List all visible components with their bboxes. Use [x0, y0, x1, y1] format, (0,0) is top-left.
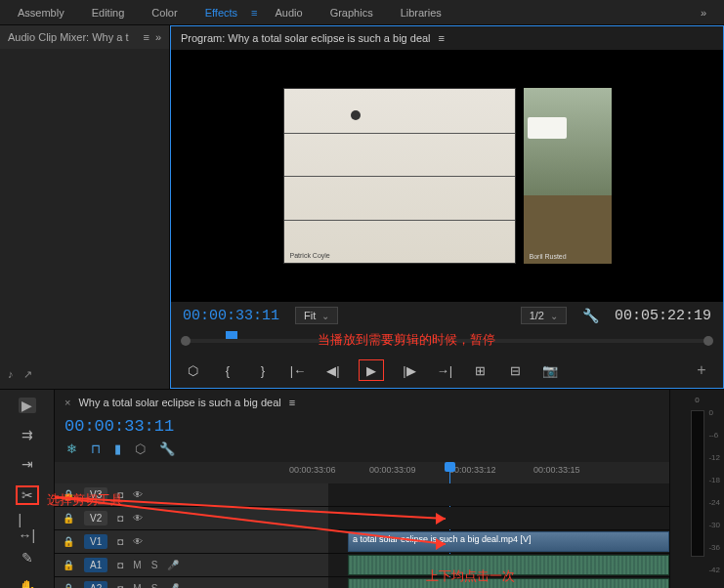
- step-back-icon[interactable]: ◀|: [323, 360, 343, 380]
- track-a2: 🔒A2◘MS🎤: [55, 577, 669, 588]
- mark-in-icon[interactable]: ⬡: [183, 360, 202, 380]
- tab-color[interactable]: Color: [142, 3, 187, 22]
- audio-mixer-title: Audio Clip Mixer: Why a t: [8, 31, 143, 43]
- tab-editing[interactable]: Editing: [82, 3, 135, 22]
- hand-tool[interactable]: ✋: [19, 579, 36, 588]
- workspace-tabs: Assembly Editing Color Effects ≡ Audio G…: [0, 0, 724, 25]
- timeline-timecode[interactable]: 00:00:33:11: [55, 415, 669, 438]
- meter-tick: 0: [695, 396, 699, 404]
- video-viewport[interactable]: Patrick Coyle Boril Rusted: [171, 50, 723, 302]
- tool-palette: ▶ ⇉ ⇥ ✂ |↔| ✎ ✋ 选择剪切工具: [0, 390, 55, 588]
- annotation-pause: 当播放到需要剪辑的时候，暂停: [318, 331, 495, 349]
- close-icon[interactable]: ×: [64, 397, 70, 408]
- track-label[interactable]: A2: [84, 581, 107, 588]
- lift-icon[interactable]: ⊞: [470, 360, 490, 380]
- snap-icon[interactable]: ❄: [66, 441, 77, 456]
- meter-scale: 0 --6 -12 -18 -24 -30 -36 -42 -48 -54: [708, 408, 720, 588]
- play-button[interactable]: ▶: [359, 359, 384, 381]
- goto-out-icon[interactable]: →|: [435, 360, 454, 380]
- timeline-panel: × Why a total solar eclipse is such a bi…: [55, 390, 669, 588]
- lock-icon[interactable]: 🔒: [63, 583, 74, 588]
- mark-out-icon[interactable]: {: [218, 360, 237, 380]
- lock-icon[interactable]: 🔒: [63, 560, 74, 570]
- ripple-tool[interactable]: ⇥: [19, 456, 36, 472]
- panel-menu-icon[interactable]: ≡: [439, 32, 445, 44]
- step-fwd-icon[interactable]: |▶: [400, 360, 419, 380]
- mark-clip-icon[interactable]: }: [253, 360, 273, 380]
- settings-icon[interactable]: 🔧: [582, 308, 599, 323]
- meter-bar: [691, 410, 704, 557]
- music-icon[interactable]: ♪: [8, 368, 14, 381]
- ruler-tick: 00:00:33:12: [449, 465, 496, 475]
- ruler-tick: 00:00:33:15: [533, 465, 580, 475]
- tab-assembly[interactable]: Assembly: [8, 3, 74, 22]
- mic-icon[interactable]: 🎤: [167, 583, 179, 588]
- tab-graphics[interactable]: Graphics: [320, 3, 383, 22]
- target-icon[interactable]: ◘: [117, 583, 123, 588]
- track-label[interactable]: A1: [84, 558, 107, 572]
- video-frame-left: Patrick Coyle: [283, 88, 516, 264]
- credit-text: Boril Rusted: [530, 253, 567, 260]
- share-icon[interactable]: ↗: [23, 368, 32, 381]
- export-frame-icon[interactable]: 📷: [540, 360, 560, 380]
- time-ruler[interactable]: 00:00:33:06 00:00:33:09 00:00:33:12 00:0…: [55, 462, 669, 483]
- track-select-tool[interactable]: ⇉: [19, 427, 36, 442]
- credit-text: Patrick Coyle: [290, 252, 330, 259]
- link-icon[interactable]: ⊓: [91, 441, 101, 456]
- tab-audio[interactable]: Audio: [265, 3, 312, 22]
- zoom-select[interactable]: Fit: [295, 307, 338, 324]
- panel-menu-icon[interactable]: ≡: [289, 397, 295, 408]
- slip-tool[interactable]: |↔|: [19, 519, 36, 536]
- timecode-in[interactable]: 00:00:33:11: [183, 308, 279, 324]
- transport-controls: ⬡ { } |← ◀| ▶ |▶ →| ⊞ ⊟ 📷 +: [171, 353, 723, 388]
- marker-icon[interactable]: ▮: [114, 441, 121, 456]
- ruler-tick: 00:00:33:06: [289, 465, 336, 475]
- annotation-click: 上下均点击一次: [426, 567, 515, 585]
- quality-select[interactable]: 1/2: [521, 307, 567, 324]
- settings-icon[interactable]: ⬡: [135, 441, 146, 456]
- overflow-icon[interactable]: »: [691, 3, 716, 22]
- extract-icon[interactable]: ⊟: [505, 360, 525, 380]
- wrench-icon[interactable]: 🔧: [159, 441, 175, 456]
- add-button-icon[interactable]: +: [692, 360, 711, 380]
- mic-icon[interactable]: 🎤: [167, 560, 179, 570]
- track-a1: 🔒A1◘MS🎤: [55, 554, 669, 577]
- scrub-bar[interactable]: 当播放到需要剪辑的时候，暂停: [171, 329, 723, 353]
- svg-marker-1: [436, 513, 446, 525]
- goto-in-icon[interactable]: |←: [288, 360, 308, 380]
- svg-marker-3: [436, 538, 446, 550]
- target-icon[interactable]: ◘: [117, 560, 123, 570]
- tab-libraries[interactable]: Libraries: [391, 3, 451, 22]
- pen-tool[interactable]: ✎: [19, 550, 36, 566]
- audio-mixer-panel: Audio Clip Mixer: Why a t ≡ » ♪ ↗: [0, 25, 170, 389]
- ruler-tick: 00:00:33:09: [369, 465, 416, 475]
- sequence-title[interactable]: Why a total solar eclipse is such a big …: [78, 397, 280, 408]
- timecode-out[interactable]: 00:05:22:19: [615, 308, 711, 324]
- razor-tool[interactable]: ✂: [16, 485, 39, 505]
- tab-effects[interactable]: Effects: [195, 3, 247, 22]
- panel-menu-icon[interactable]: ≡: [143, 31, 149, 43]
- selection-tool[interactable]: ▶: [19, 398, 36, 413]
- program-title: Program: Why a total solar eclipse is su…: [181, 32, 431, 44]
- annotation-razor: 选择剪切工具: [47, 491, 123, 509]
- video-frame-right: Boril Rusted: [524, 88, 612, 264]
- overflow-icon[interactable]: »: [155, 31, 161, 43]
- menu-icon[interactable]: ≡: [251, 7, 257, 19]
- program-monitor: Program: Why a total solar eclipse is su…: [170, 25, 724, 389]
